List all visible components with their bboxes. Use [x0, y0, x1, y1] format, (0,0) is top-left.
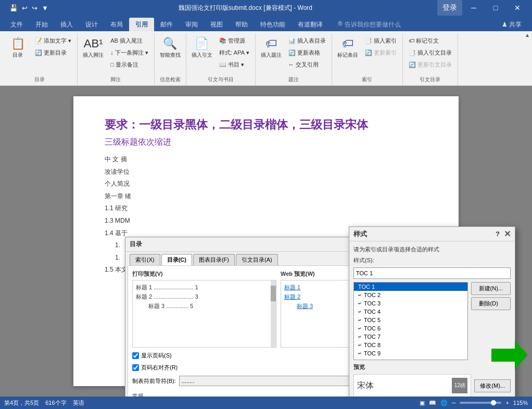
- document-area: 要求：一级目录黑体，二级目录楷体，三级目录宋体 三级标题依次缩进 中 文 摘 攻…: [0, 86, 532, 397]
- ribbon-group-citations-toc: 🏷 标记引文 📑 插入引文目录 🔄 更新引文目录 引文目录: [403, 33, 458, 85]
- ribbon-collapse-button[interactable]: ▲: [525, 32, 530, 38]
- style-item-toc2[interactable]: ↵ TOC 2: [354, 291, 467, 299]
- update-toc-button[interactable]: 🔄 更新目录: [32, 47, 74, 58]
- style-item-toc3[interactable]: ↵ TOC 3: [354, 299, 467, 308]
- toc-tab-index[interactable]: 索引(X): [130, 254, 160, 265]
- update-index-button[interactable]: 🔄 更新索引: [362, 47, 399, 58]
- status-bar: 第4页，共5页 616个字 英语 ▣ 📖 🌐 ─ + 115%: [0, 397, 532, 409]
- customize-icon[interactable]: ▼: [41, 3, 49, 13]
- captions-group-content: 🏷 插入题注 📊 插入表目录 🔄 更新表格 ↔ 交叉引用: [259, 34, 328, 75]
- insert-table-figures-button[interactable]: 📊 插入表目录: [286, 35, 328, 46]
- style-dialog-help[interactable]: ?: [496, 230, 500, 238]
- citations-group-content: 📄 插入引文 📚 管理源 样式: APA ▾ 📖 书目 ▾: [189, 34, 252, 75]
- citations-col-btns: 📚 管理源 样式: APA ▾ 📖 书目 ▾: [217, 35, 252, 70]
- maximize-button[interactable]: □: [485, 0, 506, 16]
- style-dialog-close[interactable]: ✕: [504, 229, 511, 239]
- toc1-label: TOC 1: [358, 284, 375, 290]
- style-item-toc5[interactable]: ↵ TOC 5: [354, 316, 467, 324]
- ribbon-group-footnote: AB¹ 插入脚注 AB 插入尾注 ↓ 下一条脚注 ▾ □ 显示备注 脚注: [78, 33, 155, 85]
- style-item-toc9[interactable]: ↵ TOC 9: [354, 349, 467, 357]
- zoom-in-icon[interactable]: +: [505, 400, 509, 406]
- insert-endnote-button[interactable]: AB 插入尾注: [108, 35, 151, 46]
- style-dialog-desc: 请为索引或目录项选择合适的样式: [353, 246, 511, 253]
- insert-footnote-button[interactable]: AB¹ 插入脚注: [81, 35, 106, 60]
- zoom-slider[interactable]: [460, 402, 501, 404]
- style-button[interactable]: 样式: APA ▾: [217, 47, 252, 58]
- print-preview-scrollbar[interactable]: [271, 280, 276, 347]
- insert-caption-button[interactable]: 🏷 插入题注: [259, 35, 284, 60]
- toc-label: 目录: [12, 52, 23, 59]
- show-page-numbers-label: 显示页码(S): [141, 352, 172, 360]
- share-btn[interactable]: ♟ 共享: [496, 18, 528, 31]
- show-notes-button[interactable]: □ 显示备注: [108, 59, 151, 70]
- redo-icon[interactable]: ↪: [31, 3, 39, 13]
- tab-layout[interactable]: 布局: [104, 18, 129, 31]
- tab-help[interactable]: 帮助: [229, 18, 254, 31]
- view-web-icon[interactable]: 🌐: [440, 400, 448, 406]
- doc-line-2: 攻读学位: [105, 167, 427, 178]
- style-delete-button[interactable]: 删除(D): [471, 297, 511, 310]
- zoom-out-icon[interactable]: ─: [452, 400, 456, 406]
- style-new-button[interactable]: 新建(N)...: [471, 282, 511, 295]
- green-arrow-svg: [491, 341, 528, 369]
- save-icon[interactable]: 💾: [8, 3, 19, 13]
- toc2-arrow: ↵: [358, 293, 362, 298]
- next-footnote-button[interactable]: ↓ 下一条脚注 ▾: [108, 47, 151, 58]
- style-modify-button[interactable]: 修改(M)...: [474, 379, 511, 392]
- doc-line-1: 中 文 摘: [105, 154, 427, 165]
- style-item-toc4[interactable]: ↵ TOC 4: [354, 308, 467, 316]
- insert-citations-toc-button[interactable]: 📑 插入引文目录: [406, 47, 454, 58]
- style-item-toc6[interactable]: ↵ TOC 6: [354, 324, 467, 333]
- style-name-input[interactable]: [353, 267, 511, 279]
- view-normal-icon[interactable]: ▣: [420, 400, 425, 406]
- close-button[interactable]: ✕: [507, 0, 528, 16]
- view-read-icon[interactable]: 📖: [429, 400, 436, 406]
- undo-icon[interactable]: ↩: [21, 3, 29, 13]
- tab-design[interactable]: 设计: [79, 18, 104, 31]
- toc-group-label: 目录: [34, 75, 45, 84]
- update-table-button[interactable]: 🔄 更新表格: [286, 47, 328, 58]
- tab-references[interactable]: 引用: [129, 18, 154, 31]
- toc-tab-figures[interactable]: 图表目录(F): [193, 254, 235, 265]
- tab-insert[interactable]: 插入: [54, 18, 79, 31]
- toc-tab-citations[interactable]: 引文目录(A): [236, 254, 278, 265]
- print-preview-label: 打印预览(V): [132, 270, 276, 278]
- right-align-checkbox[interactable]: [132, 364, 139, 371]
- index-group-label: 索引: [362, 75, 372, 84]
- style-item-toc1[interactable]: TOC 1: [354, 283, 467, 291]
- print-line-1: 标题 1 ......................... 1: [136, 284, 273, 291]
- word-count: 616个字: [45, 399, 66, 407]
- toc-tab-toc[interactable]: 目录(C): [161, 254, 192, 265]
- update-citations-toc-button[interactable]: 🔄 更新引文目录: [406, 59, 454, 70]
- login-button[interactable]: 登录: [437, 0, 462, 16]
- tab-search[interactable]: 🔎 告诉我你想要做什么: [329, 18, 407, 31]
- minimize-button[interactable]: ─: [463, 0, 484, 16]
- tab-special[interactable]: 特色功能: [254, 18, 292, 31]
- tab-mailings[interactable]: 邮件: [154, 18, 179, 31]
- cross-reference-button[interactable]: ↔ 交叉引用: [286, 59, 328, 70]
- tab-review[interactable]: 审阅: [179, 18, 204, 31]
- tab-file[interactable]: 文件: [4, 18, 29, 31]
- zoom-level[interactable]: 115%: [513, 400, 528, 406]
- mark-citation-button[interactable]: 🏷 标记引文: [406, 35, 454, 46]
- manage-sources-button[interactable]: 📚 管理源: [217, 35, 252, 46]
- tab-view[interactable]: 视图: [204, 18, 229, 31]
- doc-subheading: 三级标题依次缩进: [105, 137, 427, 148]
- insert-citation-button[interactable]: 📄 插入引文: [189, 35, 214, 60]
- style-item-toc7[interactable]: ↵ TOC 7: [354, 333, 467, 341]
- mark-entry-button[interactable]: 🏷 标记条目: [335, 35, 360, 60]
- style-item-toc8[interactable]: ↵ TOC 8: [354, 341, 467, 349]
- add-text-button[interactable]: 📝 添加文字 ▾: [32, 35, 74, 46]
- show-page-numbers-checkbox[interactable]: [132, 352, 139, 359]
- svg-marker-0: [491, 341, 528, 369]
- tab-start[interactable]: 开始: [29, 18, 54, 31]
- smart-lookup-button[interactable]: 🔍 智能查找: [158, 35, 183, 60]
- ribbon-group-citations: 📄 插入引文 📚 管理源 样式: APA ▾ 📖 书目 ▾ 引文与书目: [186, 33, 256, 85]
- bibliography-button[interactable]: 📖 书目 ▾: [217, 59, 252, 70]
- style-preview-box: 宋体 12磅: [353, 374, 471, 397]
- insert-index-button[interactable]: 📑 插入索引: [362, 35, 399, 46]
- toc-button[interactable]: 📋 目录: [5, 35, 30, 60]
- style-list: TOC 1 ↵ TOC 2 ↵ TOC 3 ↵ TOC 4: [353, 282, 468, 360]
- footnote-label: 插入脚注: [83, 52, 104, 59]
- tab-youdao[interactable]: 有道翻译: [292, 18, 329, 31]
